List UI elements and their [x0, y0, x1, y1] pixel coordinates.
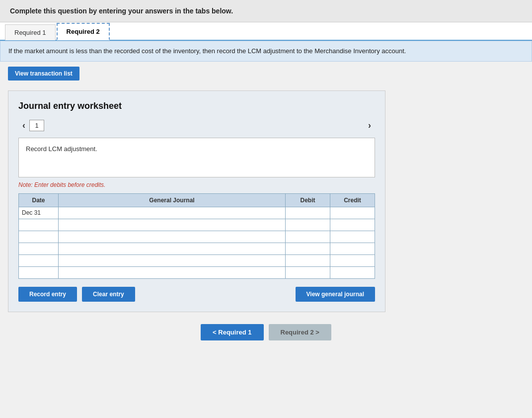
- credit-input[interactable]: [330, 243, 375, 254]
- instruction-text: Complete this question by entering your …: [10, 7, 233, 15]
- header-date: Date: [19, 193, 59, 207]
- general-journal-input[interactable]: [59, 255, 285, 266]
- note-text: Note: Enter debits before credits.: [18, 181, 375, 188]
- date-cell: [19, 243, 59, 254]
- general-journal-cell[interactable]: [59, 219, 286, 231]
- debit-cell[interactable]: [286, 266, 330, 278]
- general-journal-cell[interactable]: [59, 207, 286, 219]
- footer-required2-button[interactable]: Required 2 >: [269, 324, 331, 340]
- credit-cell[interactable]: [330, 219, 375, 231]
- header-credit: Credit: [330, 193, 375, 207]
- credit-cell[interactable]: [330, 231, 375, 243]
- debit-cell[interactable]: [286, 243, 330, 254]
- info-text: If the market amount is less than the re…: [8, 47, 406, 55]
- worksheet-title: Journal entry worksheet: [18, 101, 375, 111]
- debit-input[interactable]: [286, 207, 330, 219]
- record-entry-button[interactable]: Record entry: [18, 287, 77, 302]
- date-cell: [19, 219, 59, 231]
- debit-input[interactable]: [286, 231, 330, 243]
- header-debit: Debit: [286, 193, 330, 207]
- main-content: Journal entry worksheet ‹ 1 › Record LCM…: [0, 85, 532, 350]
- table-row: [19, 254, 375, 266]
- general-journal-input[interactable]: [59, 219, 285, 231]
- debit-cell[interactable]: [286, 219, 330, 231]
- view-transaction-list-button[interactable]: View transaction list: [8, 67, 79, 81]
- view-general-journal-button[interactable]: View general journal: [296, 287, 375, 302]
- debit-cell[interactable]: [286, 207, 330, 219]
- action-buttons: Record entry Clear entry View general jo…: [18, 287, 375, 302]
- tab-required1[interactable]: Required 1: [5, 24, 56, 40]
- footer-required1-button[interactable]: < Required 1: [201, 324, 263, 340]
- date-cell: Dec 31: [19, 207, 59, 219]
- table-row: [19, 219, 375, 231]
- credit-cell[interactable]: [330, 207, 375, 219]
- general-journal-cell[interactable]: [59, 243, 286, 254]
- worksheet-card: Journal entry worksheet ‹ 1 › Record LCM…: [8, 90, 385, 312]
- tab-required2[interactable]: Required 2: [57, 23, 110, 40]
- debit-cell[interactable]: [286, 231, 330, 243]
- date-cell: [19, 266, 59, 278]
- general-journal-input[interactable]: [59, 231, 285, 243]
- footer-nav: < Required 1 Required 2 >: [8, 324, 524, 340]
- credit-cell[interactable]: [330, 254, 375, 266]
- description-text: Record LCM adjustment.: [26, 145, 97, 153]
- tabs-area: Required 1 Required 2: [0, 22, 532, 41]
- nav-row: ‹ 1 ›: [18, 119, 375, 132]
- credit-input[interactable]: [330, 207, 375, 219]
- journal-table: Date General Journal Debit Credit Dec 31: [18, 193, 375, 279]
- table-row: [19, 266, 375, 278]
- debit-input[interactable]: [286, 267, 330, 278]
- description-box: Record LCM adjustment.: [18, 138, 375, 177]
- debit-cell[interactable]: [286, 254, 330, 266]
- general-journal-input[interactable]: [59, 207, 285, 219]
- general-journal-cell[interactable]: [59, 266, 286, 278]
- credit-input[interactable]: [330, 231, 375, 243]
- date-cell: [19, 254, 59, 266]
- debit-input[interactable]: [286, 219, 330, 231]
- credit-cell[interactable]: [330, 266, 375, 278]
- page-number-box: 1: [29, 120, 44, 131]
- next-page-button[interactable]: ›: [364, 119, 375, 132]
- date-cell: [19, 231, 59, 243]
- instruction-bar: Complete this question by entering your …: [0, 0, 532, 22]
- credit-input[interactable]: [330, 267, 375, 278]
- credit-input[interactable]: [330, 219, 375, 231]
- general-journal-input[interactable]: [59, 243, 285, 254]
- page-wrapper: Complete this question by entering your …: [0, 0, 532, 418]
- button-bar: View transaction list: [0, 62, 532, 85]
- info-bar: If the market amount is less than the re…: [0, 41, 532, 62]
- prev-page-button[interactable]: ‹: [18, 119, 29, 132]
- header-general-journal: General Journal: [59, 193, 286, 207]
- debit-input[interactable]: [286, 243, 330, 254]
- table-row: [19, 231, 375, 243]
- credit-cell[interactable]: [330, 243, 375, 254]
- table-row: [19, 243, 375, 254]
- credit-input[interactable]: [330, 255, 375, 266]
- debit-input[interactable]: [286, 255, 330, 266]
- general-journal-input[interactable]: [59, 267, 285, 278]
- clear-entry-button[interactable]: Clear entry: [82, 287, 135, 302]
- table-row: Dec 31: [19, 207, 375, 219]
- general-journal-cell[interactable]: [59, 254, 286, 266]
- general-journal-cell[interactable]: [59, 231, 286, 243]
